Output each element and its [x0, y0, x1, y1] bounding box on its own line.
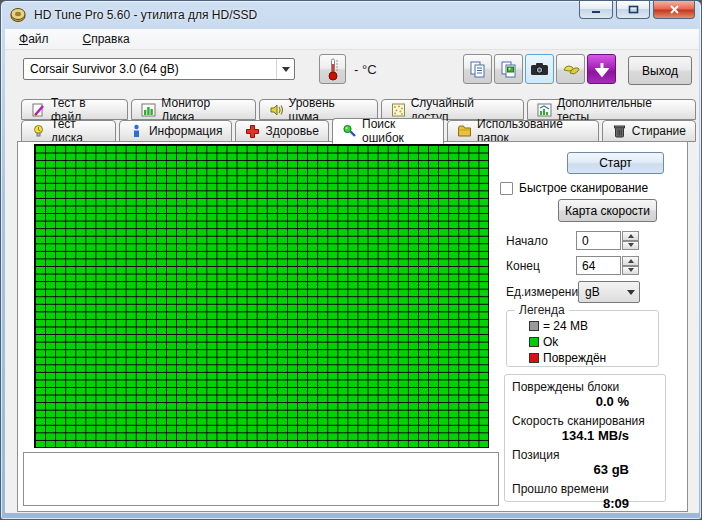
- drive-selector-value: Corsair Survivor 3.0 (64 gB): [24, 62, 276, 76]
- quick-scan-checkbox[interactable]: [500, 182, 513, 195]
- app-window: HD Tune Pro 5.60 - утилита для HD/SSD Фа…: [0, 0, 702, 520]
- tab-row-top: Тест в файл Монитор Диска Уровень шума С…: [21, 99, 699, 120]
- unit-selector-value: gB: [579, 285, 623, 299]
- tab-health[interactable]: Здоровье: [235, 120, 329, 142]
- minimize-icon: [591, 5, 601, 14]
- window-title: HD Tune Pro 5.60 - утилита для HD/SSD: [34, 8, 257, 22]
- disk-test-icon: [31, 124, 46, 138]
- temperature-button[interactable]: [319, 54, 346, 84]
- legend-groupbox: Легенда = 24 MB Ok Повреждён: [506, 310, 659, 367]
- menu-file[interactable]: Файл: [15, 30, 53, 48]
- tab-disk-monitor[interactable]: Монитор Диска: [131, 99, 255, 120]
- start-button[interactable]: Старт: [567, 152, 664, 174]
- spin-down-button[interactable]: [622, 241, 639, 251]
- erase-icon: [612, 124, 627, 138]
- close-button[interactable]: [653, 1, 695, 19]
- elapsed-time-value: 8:09: [505, 496, 665, 511]
- tab-label: Поиск ошибок: [362, 117, 434, 145]
- folder-usage-icon: [457, 124, 472, 138]
- tab-info[interactable]: Информация: [119, 120, 232, 142]
- error-scan-icon: [342, 124, 357, 138]
- file-test-icon: [31, 103, 46, 117]
- position-value: 63 gB: [505, 462, 665, 477]
- speed-map-button-label: Карта скорости: [565, 204, 650, 218]
- legend-label: = 24 MB: [543, 319, 588, 333]
- tab-label: Стирание: [632, 124, 686, 138]
- legend-item-damaged: Повреждён: [529, 351, 658, 365]
- unit-field-label: Ед.измерения: [506, 285, 585, 299]
- damaged-swatch: [529, 353, 539, 363]
- titlebar[interactable]: HD Tune Pro 5.60 - утилита для HD/SSD: [1, 1, 701, 29]
- unit-selector[interactable]: gB: [578, 281, 640, 303]
- spin-down-button[interactable]: [622, 266, 639, 276]
- end-field-spinner: 64: [576, 256, 639, 275]
- thermometer-icon: [327, 57, 339, 81]
- legend-label: Повреждён: [543, 351, 606, 365]
- toolbar-icon-buttons: [463, 54, 616, 84]
- spin-up-button[interactable]: [622, 256, 639, 266]
- legend-item-blocksize: = 24 MB: [529, 319, 658, 333]
- extra-tests-icon: [537, 103, 552, 117]
- legend-label: Ok: [543, 335, 558, 349]
- legend-item-ok: Ok: [529, 335, 658, 349]
- chevron-down-icon: [623, 290, 639, 295]
- start-button-label: Старт: [599, 156, 632, 170]
- damaged-blocks-label: Повреждены блоки: [512, 380, 665, 394]
- damaged-blocks-value: 0.0 %: [505, 394, 665, 409]
- update-download-button[interactable]: [587, 54, 616, 84]
- client-area: Файл Справка Corsair Survivor 3.0 (64 gB…: [5, 29, 699, 513]
- drive-selector[interactable]: Corsair Survivor 3.0 (64 gB): [23, 58, 295, 80]
- status-groupbox: Повреждены блоки 0.0 % Скорость сканиров…: [504, 374, 666, 502]
- chevron-down-icon: [276, 59, 294, 79]
- temperature-readout: - °C: [354, 62, 377, 77]
- info-icon: [129, 124, 144, 138]
- legend-title: Легенда: [515, 303, 569, 317]
- exit-button-label: Выход: [642, 64, 678, 78]
- block-size-swatch: [529, 321, 539, 331]
- health-icon: [245, 124, 260, 138]
- minimize-button[interactable]: [579, 1, 613, 19]
- tab-noise-level[interactable]: Уровень шума: [259, 99, 378, 120]
- scan-speed-value: 134.1 MB/s: [505, 428, 665, 443]
- disk-monitor-icon: [141, 103, 156, 117]
- tab-error-scan[interactable]: Поиск ошибок: [332, 118, 444, 144]
- quick-scan-label: Быстрое сканирование: [519, 181, 648, 195]
- spin-up-button[interactable]: [622, 231, 639, 241]
- start-field-input[interactable]: 0: [576, 231, 621, 250]
- tab-row-bottom: Тест диска Информация Здоровье Поиск оши…: [21, 120, 699, 142]
- scan-block-grid[interactable]: [34, 144, 489, 448]
- end-field-label: Конец: [506, 259, 540, 273]
- copy-text-icon: [469, 60, 487, 78]
- download-arrow-icon: [595, 62, 609, 77]
- start-field-spinner: 0: [576, 231, 639, 250]
- error-scan-panel: Старт Быстрое сканирование Карта скорост…: [17, 141, 688, 512]
- tab-folder-usage[interactable]: Использование папок: [447, 120, 599, 142]
- tab-disk-benchmark[interactable]: Тест диска: [21, 120, 116, 142]
- speed-map-button[interactable]: Карта скорости: [558, 199, 657, 222]
- screenshot-button[interactable]: [525, 54, 554, 84]
- position-label: Позиция: [512, 448, 665, 462]
- maximize-icon: [628, 5, 639, 14]
- scan-log-box: [23, 452, 499, 506]
- hands-icon: [562, 61, 580, 77]
- random-access-icon: [391, 103, 406, 117]
- scan-speed-label: Скорость сканирования: [512, 414, 665, 428]
- copy-image-button[interactable]: [494, 54, 523, 84]
- exit-button[interactable]: Выход: [628, 56, 692, 85]
- menubar: Файл Справка: [5, 29, 699, 50]
- maximize-button[interactable]: [616, 1, 650, 19]
- menu-help[interactable]: Справка: [79, 30, 134, 48]
- donate-button[interactable]: [556, 54, 585, 84]
- copy-image-icon: [500, 60, 518, 78]
- end-field-input[interactable]: 64: [576, 256, 621, 275]
- copy-text-button[interactable]: [463, 54, 492, 84]
- hdtune-app-icon: [10, 7, 27, 23]
- start-field-label: Начало: [506, 234, 548, 248]
- tab-erase[interactable]: Стирание: [602, 120, 696, 142]
- noise-level-icon: [269, 103, 284, 117]
- camera-icon: [530, 62, 549, 76]
- elapsed-time-label: Прошло времени: [512, 482, 665, 496]
- ok-swatch: [529, 337, 539, 347]
- tab-label: Информация: [149, 124, 222, 138]
- tab-label: Здоровье: [265, 124, 319, 138]
